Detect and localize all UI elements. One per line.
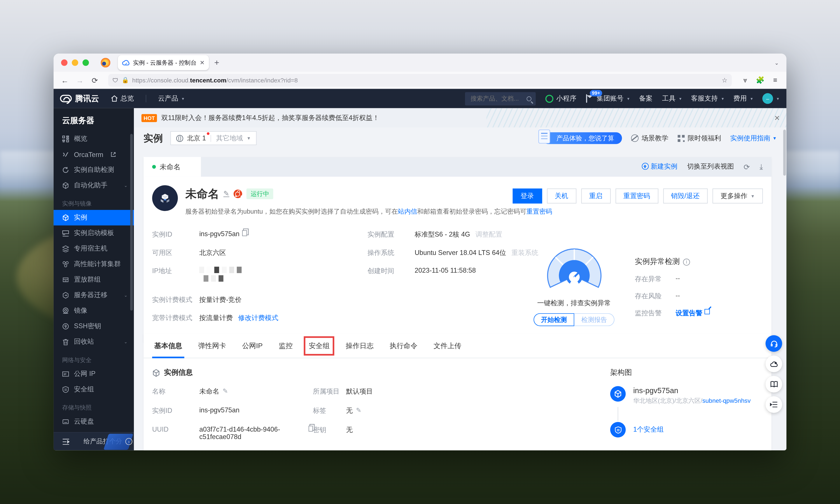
sidebar-item-hpc-cluster[interactable]: 高性能计算集群 [54,256,134,272]
product-experience-pill[interactable]: 产品体验，您说了算 [542,132,622,144]
sidebar-item-dedicated-host[interactable]: 专用宿主机 [54,241,134,256]
sidebar-footer[interactable]: 给产品打个分 › [54,432,134,450]
minimize-window-button[interactable] [72,59,78,66]
nav-billing[interactable]: 费用▾ [733,94,753,103]
sidebar-item-automation[interactable]: 自动化助手 ⌄ [54,178,134,193]
modify-billing-link[interactable]: 修改计费模式 [238,314,279,323]
hamburger-menu-icon[interactable]: ≡ [769,76,781,84]
console-search[interactable] [465,92,536,105]
scene-teaching-link[interactable]: 场景教学 [631,133,668,143]
sidebar-item-ssh-keys[interactable]: SSH密钥 [54,319,134,334]
tab-close-icon[interactable]: ✕ [200,59,205,66]
instance-guide-link[interactable]: 实例使用指南▼ [730,133,777,143]
nav-overview[interactable]: 总览 [111,94,134,103]
search-icon[interactable] [527,96,532,101]
current-region[interactable]: 北京 1 [187,133,206,143]
firefox-icon[interactable] [101,58,110,67]
sidebar-item-recycle-bin[interactable]: 回收站 ⌄ [54,334,134,349]
sidebar-item-server-migration[interactable]: 服务器迁移 ⌄ [54,288,134,303]
refresh-icon[interactable]: ⟳ [744,162,750,171]
reload-button[interactable]: ⟳ [89,76,101,85]
nav-account[interactable]: – ▾ [762,93,779,104]
tencent-cloud-logo[interactable]: 腾讯云 [60,93,99,104]
reset-password-link[interactable]: 重置密码 [526,208,552,215]
edit-name-icon[interactable]: ✎ [224,191,229,197]
collapse-sidebar-icon[interactable] [62,438,70,445]
banner-close-icon[interactable]: ✕ [774,114,780,122]
feedback-list-button[interactable] [766,396,782,413]
window-controls[interactable] [61,59,89,66]
pocket-icon[interactable]: ⩔ [739,76,751,85]
security-group-count-link[interactable]: 1个安全组 [633,425,664,434]
nav-tools[interactable]: 工具▾ [662,94,681,103]
restart-button[interactable]: 重启 [581,188,610,203]
tab-public-ip[interactable]: 公网IP [242,333,263,358]
site-message-link[interactable]: 站内信 [398,208,417,215]
console-search-input[interactable] [469,95,527,102]
shield-icon[interactable]: 🛡 [112,77,118,83]
tab-monitoring[interactable]: 监控 [279,333,293,358]
sidebar-item-security-groups[interactable]: 安全组 [54,382,134,397]
support-chat-button[interactable] [766,335,782,352]
instance-tab[interactable]: 未命名 [143,157,201,177]
limited-benefit-link[interactable]: 限时领福利 [678,133,721,143]
tab-operation-logs[interactable]: 操作日志 [346,333,373,358]
download-icon[interactable]: ⤓ [759,162,763,172]
back-button[interactable]: ← [59,76,71,85]
sidebar-item-self-check[interactable]: 实例自助检测 [54,162,134,178]
tab-run-commands[interactable]: 执行命令 [390,333,417,358]
new-tab-button[interactable]: + [214,58,219,67]
user-avatar[interactable]: – [762,93,773,104]
switch-to-list-view-button[interactable]: 切换至列表视图 [687,162,734,172]
nav-messages[interactable]: 99+ [586,95,587,102]
sidebar-item-launch-template[interactable]: 实例启动模板 [54,226,134,241]
tab-eni[interactable]: 弹性网卡 [198,333,226,358]
other-regions[interactable]: 其它地域 [216,133,243,143]
region-selector[interactable]: 北京 1 其它地域 ▼ [171,131,257,145]
sidebar-item-public-ip[interactable]: IP 公网 IP [54,366,134,382]
copy-icon[interactable] [242,230,247,236]
set-alarm-link[interactable]: 设置告警 [676,309,702,318]
zoom-window-button[interactable] [83,59,89,66]
sidebar-item-images[interactable]: 镜像 [54,303,134,319]
subnet-link[interactable]: subnet-qpw5nhsv [702,397,751,403]
reset-password-button[interactable]: 重置密码 [615,188,658,203]
shutdown-button[interactable]: 关机 [547,188,576,203]
sidebar-item-overview[interactable]: 概览 [54,131,134,147]
browser-tab[interactable]: 实例 - 云服务器 - 控制台 ✕ [118,55,209,70]
nav-group-account[interactable]: 集团账号▾ [597,94,629,103]
more-actions-button[interactable]: 更多操作▼ [713,188,763,203]
page-scrollbar[interactable] [783,130,786,176]
terminate-button[interactable]: 销毁/退还 [663,188,708,203]
docs-button[interactable] [766,376,782,393]
detection-report-button[interactable]: 检测报告 [574,313,614,326]
sidebar-scrollbar[interactable] [130,134,133,310]
sidebar-item-orcaterm[interactable]: OrcaTerm [54,147,134,162]
tab-file-upload[interactable]: 文件上传 [433,333,461,358]
url-bar[interactable]: 🛡 🔒 https://console.cloud.tencent.com/cv… [108,74,732,87]
nav-products[interactable]: 云产品▾ [158,94,184,103]
extensions-puzzle-icon[interactable]: 🧩 [754,76,766,84]
edit-pencil-icon[interactable]: ✎ [356,407,361,414]
sidebar-item-instances[interactable]: 实例 [54,210,134,226]
nav-icp[interactable]: 备案 [639,94,652,103]
sidebar-item-placement-group[interactable]: 置放群组 [54,272,134,288]
forward-button[interactable]: → [74,76,86,85]
info-icon[interactable]: i [683,258,690,266]
new-instance-button[interactable]: 新建实例 [642,162,678,172]
copy-icon[interactable] [308,426,313,432]
sidebar-item-cloud-disk[interactable]: 云硬盘 [54,414,134,429]
nav-mini-program[interactable]: 小程序 [546,94,576,103]
bookmark-star-icon[interactable]: ☆ [722,76,727,84]
start-detection-button[interactable]: 开始检测 [534,313,574,326]
tab-security-group[interactable]: 安全组 [309,333,330,358]
adjust-config-link[interactable]: 调整配置 [475,230,502,239]
edit-pencil-icon[interactable]: ✎ [223,387,228,395]
tab-list-chevron-icon[interactable]: ⌄ [774,60,779,66]
nav-support[interactable]: 客服支持▾ [691,94,723,103]
login-button[interactable]: 登录 [513,188,542,203]
url-text[interactable]: https://console.cloud.tencent.com/cvm/in… [132,77,718,83]
close-window-button[interactable] [61,59,67,66]
tab-basic-info[interactable]: 基本信息 [154,333,182,358]
cloud-alert-button[interactable] [766,356,782,372]
